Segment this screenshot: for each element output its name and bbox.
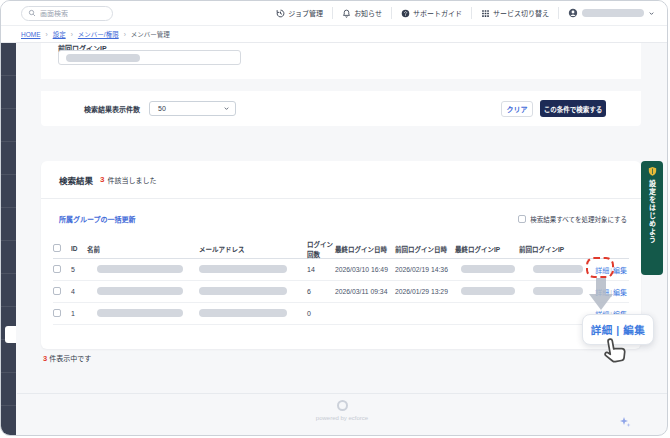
- filter-section: 前回ログインIP: [41, 43, 641, 79]
- row-checkbox[interactable]: [53, 265, 61, 273]
- nav-support-guide[interactable]: サポートガイド: [401, 8, 462, 18]
- user-name-redacted: [582, 9, 644, 17]
- nav-label: サービス切り替え: [493, 8, 549, 18]
- search-input[interactable]: [40, 10, 100, 17]
- edit-link[interactable]: 編集: [613, 267, 627, 274]
- annotation-arrow-down-icon: [587, 278, 615, 311]
- nav-label: ジョブ管理: [288, 8, 323, 18]
- setup-guide-tab[interactable]: 設定をはじめよう: [641, 161, 663, 275]
- redacted-ip-value: [66, 54, 140, 62]
- redacted-name: [97, 265, 183, 273]
- redacted-name: [97, 287, 183, 295]
- breadcrumb-home[interactable]: HOME: [21, 31, 41, 38]
- select-all-label: 検索結果すべてを処理対象にする: [530, 214, 627, 224]
- col-email: メールアドレス: [191, 244, 293, 254]
- redacted-ip: [533, 287, 583, 295]
- showing-count: 3: [43, 354, 47, 363]
- col-last-login-ip: 最終ログインIP: [455, 244, 519, 254]
- redacted-ip: [533, 265, 583, 273]
- setup-tab-label: 設定をはじめよう: [649, 180, 656, 244]
- results-count: 3: [100, 175, 104, 184]
- breadcrumb-separator: ›: [71, 31, 73, 38]
- cell-prev-login-at: 2026/01/29 13:29: [395, 288, 455, 295]
- nav-divider: [558, 7, 559, 19]
- search-submit-button[interactable]: この条件で検索する: [540, 100, 606, 117]
- powered-by-text: powered by ecforce: [17, 415, 667, 421]
- showing-count-text: 3件表示中です: [43, 353, 91, 363]
- collapsed-sidebar[interactable]: [1, 43, 16, 435]
- cell-id: 5: [71, 266, 87, 273]
- results-header: 検索結果 3 件該当しました: [41, 161, 641, 199]
- cell-login-count: 0: [293, 310, 335, 317]
- shield-icon: [647, 166, 658, 177]
- redacted-email: [199, 287, 287, 295]
- clear-button[interactable]: クリア: [501, 101, 533, 117]
- edit-link[interactable]: 編集: [613, 289, 627, 296]
- results-toolbar: 所属グループの一括更新 検索結果すべてを処理対象にする: [41, 199, 641, 239]
- sidebar-active-item[interactable]: [5, 326, 16, 343]
- nav-label: サポートガイド: [413, 8, 462, 18]
- col-name: 名前: [87, 244, 191, 254]
- redacted-email: [199, 309, 287, 317]
- table-header: ID 名前 メールアドレス ログイン回数 最終ログイン日時 前回ログイン日時 最…: [53, 239, 629, 259]
- nav-job-management[interactable]: ジョブ管理: [276, 8, 323, 18]
- breadcrumb-separator: ›: [124, 31, 126, 38]
- nav-notifications[interactable]: お知らせ: [342, 8, 382, 18]
- select-all-checkbox[interactable]: [518, 215, 526, 223]
- topbar: ジョブ管理 お知らせ サポートガイド サービス切り替: [1, 1, 667, 26]
- nav-divider: [391, 7, 392, 19]
- hand-cursor-icon: [596, 332, 633, 369]
- cell-email: [191, 265, 293, 274]
- footer-divider: [17, 393, 667, 394]
- redacted-ip: [461, 265, 515, 273]
- cell-email: [191, 309, 293, 318]
- col-id: ID: [71, 245, 87, 252]
- cell-name: [87, 309, 191, 318]
- nav-service-switch[interactable]: サービス切り替え: [481, 8, 549, 18]
- col-prev-login-at: 前回ログイン日時: [395, 244, 455, 254]
- sparkle-icon[interactable]: [619, 416, 631, 428]
- cell-last-login-ip: [455, 265, 519, 274]
- row-checkbox[interactable]: [53, 287, 61, 295]
- annotation-red-dashed-box: [586, 257, 614, 278]
- screen-search[interactable]: [21, 6, 113, 21]
- chevron-down-icon: [648, 10, 655, 17]
- user-menu[interactable]: [568, 8, 655, 18]
- results-count-suffix: 件該当しました: [107, 175, 156, 185]
- table-row: 4 6 2026/03/11 09:34 2026/01/29 13:29 詳細…: [53, 281, 629, 303]
- bell-icon: [342, 9, 351, 18]
- app-window: ジョブ管理 お知らせ サポートガイド サービス切り替: [0, 0, 668, 436]
- per-page-label: 検索結果表示件数: [84, 104, 140, 114]
- cell-email: [191, 287, 293, 296]
- nav-divider: [332, 7, 333, 19]
- history-icon: [276, 9, 285, 18]
- avatar: [568, 8, 578, 18]
- cell-last-login-ip: [455, 287, 519, 296]
- chevron-down-icon: [223, 105, 230, 112]
- cell-prev-login-ip: [519, 265, 579, 274]
- row-checkbox[interactable]: [53, 309, 61, 317]
- results-title: 検索結果: [59, 174, 93, 186]
- col-login-count: ログイン回数: [293, 239, 335, 259]
- redacted-name: [97, 309, 183, 317]
- results-card: 検索結果 3 件該当しました 所属グループの一括更新 検索結果すべてを処理対象に…: [41, 161, 641, 349]
- select-all-control[interactable]: 検索結果すべてを処理対象にする: [518, 214, 627, 224]
- table-row: 5 14 2026/03/10 16:49 2026/02/19 14:36 詳…: [53, 259, 629, 281]
- cell-last-login-at: 2026/03/11 09:34: [335, 288, 395, 295]
- breadcrumb-members-roles[interactable]: メンバー/権限: [78, 29, 119, 39]
- filter-actions: 検索結果表示件数 50 クリア この条件で検索する: [41, 91, 641, 126]
- nav-label: お知らせ: [354, 8, 382, 18]
- breadcrumb-current: メンバー管理: [131, 29, 170, 39]
- top-navigation: ジョブ管理 お知らせ サポートガイド サービス切り替: [276, 7, 655, 19]
- cell-id: 1: [71, 310, 87, 317]
- prev-login-ip-input[interactable]: [58, 50, 241, 65]
- header-checkbox[interactable]: [53, 244, 61, 252]
- per-page-select[interactable]: 50: [149, 101, 236, 116]
- breadcrumb-settings[interactable]: 設定: [53, 29, 66, 39]
- bulk-update-link[interactable]: 所属グループの一括更新: [59, 214, 136, 224]
- cell-last-login-at: 2026/03/10 16:49: [335, 266, 395, 273]
- breadcrumb: HOME › 設定 › メンバー/権限 › メンバー管理: [1, 26, 667, 43]
- showing-suffix: 件表示中です: [49, 355, 91, 362]
- table-row: 1 0 詳細|編集: [53, 303, 629, 325]
- col-prev-login-ip: 前回ログインIP: [519, 244, 579, 254]
